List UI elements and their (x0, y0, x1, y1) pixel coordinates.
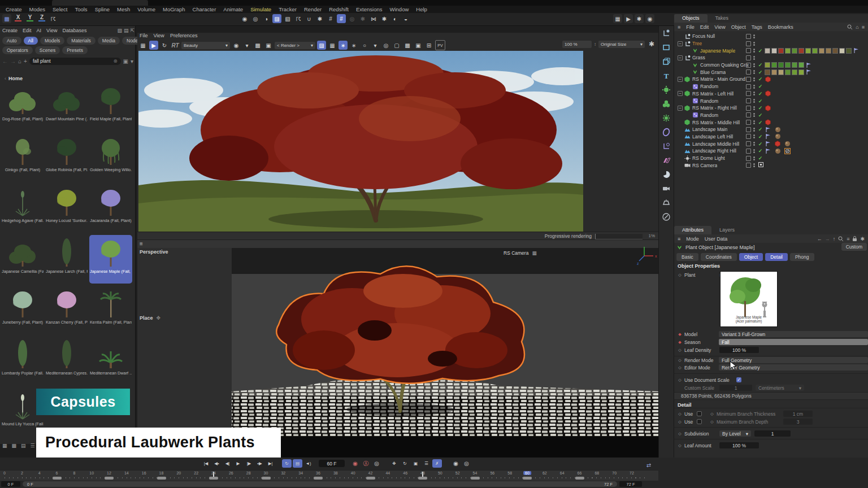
rv-menu-preferences[interactable]: Preferences (170, 33, 198, 38)
home-filter-icon[interactable]: ⌂ (856, 24, 858, 30)
filter-all[interactable]: All (24, 37, 38, 45)
material-swatch[interactable] (819, 48, 824, 54)
object-name[interactable]: RS Camera (692, 163, 717, 168)
generator-icon[interactable] (661, 85, 672, 95)
attr-search-icon[interactable] (838, 236, 844, 242)
panel-icon[interactable]: ▤ (124, 28, 129, 33)
object-row[interactable]: Landscape Left Hill✓ (674, 133, 868, 141)
display-tag-icon[interactable] (805, 69, 814, 75)
visibility-dots[interactable] (753, 163, 755, 167)
timeline-marker[interactable] (366, 477, 375, 480)
object-row[interactable]: RS Dome Light✓ (674, 155, 868, 162)
snapshot-icon[interactable]: ▦ (138, 41, 147, 50)
object-name[interactable]: Common Quaking Grass (700, 62, 749, 68)
object-row[interactable]: −RS Matrix - Left Hill✓ (674, 90, 868, 98)
object-name[interactable]: Tree (692, 41, 702, 46)
pill-detail[interactable]: Detail (765, 253, 788, 261)
attr-menu-icon[interactable]: ≡ (678, 236, 680, 242)
visibility-dots[interactable] (753, 106, 755, 110)
visibility-dots[interactable] (753, 70, 755, 74)
menu-spline[interactable]: Spline (95, 6, 110, 12)
take-doc-icon[interactable]: ▤ (293, 459, 302, 468)
object-row[interactable]: RS Camera (674, 162, 868, 169)
timeline-ruler[interactable]: 0246810121416182022242628303234363840424… (0, 470, 658, 481)
layer-icon[interactable] (746, 149, 751, 154)
bucket-grid-icon[interactable]: ▦ (328, 41, 337, 50)
material-swatch[interactable] (832, 48, 838, 54)
asset-item[interactable]: Japanese Camellia (Fal... (1, 235, 44, 284)
timeline-marker[interactable] (575, 477, 584, 480)
panel-menu-icon[interactable]: ≡ (678, 24, 680, 30)
visibility-dots[interactable] (753, 128, 755, 132)
ab-menu-view[interactable]: View (46, 28, 57, 33)
snapshot-b-icon[interactable]: ∗ (349, 41, 358, 50)
snapshot-a-icon[interactable]: ∗ (338, 41, 348, 50)
flag-tag-icon[interactable] (765, 148, 773, 154)
menu-select[interactable]: Select (53, 6, 67, 12)
display-tag-icon[interactable] (853, 47, 861, 54)
sphere-tag-icon[interactable] (784, 141, 792, 147)
material-swatch[interactable] (771, 69, 777, 75)
sphere-tag-icon[interactable] (774, 127, 783, 133)
record-pla-icon[interactable]: ◎ (462, 459, 471, 468)
menu-extensions[interactable]: Extensions (356, 6, 382, 12)
object-name[interactable]: Landscape Main (692, 127, 727, 132)
object-name[interactable]: RS Matrix - Middle Hill (692, 120, 740, 125)
asset-item[interactable]: Dog-Rose (Fall, Plant) (1, 82, 44, 131)
om-menu-tags[interactable]: Tags (752, 24, 762, 30)
document-tab[interactable] (52, 0, 148, 6)
visibility-dots[interactable] (753, 49, 755, 53)
timeline-marker[interactable] (471, 477, 480, 480)
material-swatch[interactable] (771, 62, 777, 68)
keyframe-icon[interactable]: ◎ (372, 459, 381, 468)
om-menu-file[interactable]: File (686, 24, 695, 30)
visibility-dots[interactable] (753, 56, 755, 60)
menu-window[interactable]: Window (390, 6, 409, 12)
grid-view-icon[interactable]: ▩ (12, 443, 17, 448)
cube-primitive-icon[interactable] (661, 56, 672, 67)
back-arrow-icon[interactable]: ← (817, 236, 822, 242)
menu-modes[interactable]: Modes (29, 6, 46, 12)
camera-link-icon[interactable]: ▦ (532, 250, 536, 256)
channel-dropdown-icon[interactable]: ▾ (242, 41, 251, 50)
object-name[interactable]: Landscape Left Hill (692, 134, 733, 140)
timeline-marker[interactable] (262, 477, 271, 480)
rs-tag-icon[interactable] (765, 90, 773, 97)
save-image-icon[interactable]: ▣ (414, 41, 423, 50)
leaf-density-field[interactable]: 100 % (719, 347, 759, 353)
asset-search-input[interactable]: fall plant ⊗ (29, 58, 121, 65)
layer-icon[interactable] (746, 48, 751, 53)
field-icon[interactable] (661, 127, 672, 137)
expander-icon[interactable]: − (678, 41, 683, 46)
sound-icon[interactable]: ◄) (303, 459, 313, 468)
tab-objects[interactable]: Objects (674, 14, 708, 23)
rt-label[interactable]: RT (171, 41, 180, 50)
next-key-icon[interactable]: •▶ (255, 459, 264, 468)
environment-icon[interactable] (661, 169, 672, 180)
custom-button[interactable]: Custom (841, 243, 867, 251)
rectangle-spline-icon[interactable] (661, 42, 672, 53)
layer-icon[interactable] (746, 134, 751, 139)
visibility-dots[interactable] (753, 99, 755, 103)
material-swatch[interactable] (839, 48, 845, 54)
menu-create[interactable]: Create (6, 6, 22, 12)
enabled-check-icon[interactable]: ✓ (757, 91, 763, 97)
prev-frame-icon[interactable]: ◀| (223, 459, 232, 468)
object-name[interactable]: RS Matrix - Left Hill (692, 91, 734, 97)
pill-object[interactable]: Object (739, 253, 763, 261)
visibility-dots[interactable] (753, 113, 755, 117)
enabled-check-icon[interactable]: ✓ (757, 155, 763, 161)
asset-item[interactable]: Lombardy Poplar (Fall... (1, 337, 44, 385)
annotation-icon[interactable] (661, 212, 672, 222)
view-circle-ring-icon[interactable]: ◎ (251, 14, 260, 23)
menu-animate[interactable]: Animate (223, 6, 243, 12)
visibility-dots[interactable] (753, 85, 755, 89)
layer-icon[interactable] (746, 55, 751, 60)
enabled-check-icon[interactable]: ✓ (757, 148, 763, 154)
visibility-dots[interactable] (753, 134, 755, 138)
settings-gear-icon[interactable]: ✱ (860, 236, 865, 242)
thumb-view-icon[interactable]: ▦ (2, 443, 7, 448)
enabled-check-icon[interactable]: ✓ (757, 84, 763, 89)
layer-icon[interactable] (746, 69, 751, 75)
filter-icon[interactable]: ≡ (862, 24, 865, 30)
